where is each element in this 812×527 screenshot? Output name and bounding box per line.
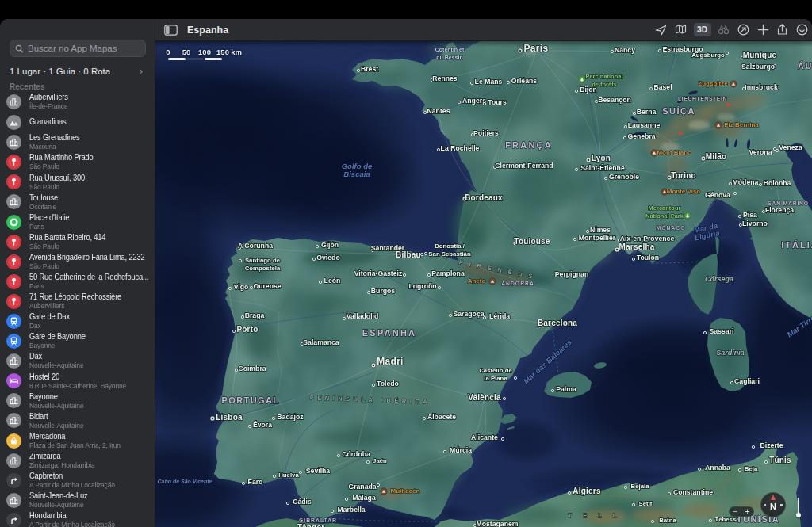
directions-circle-icon xyxy=(737,23,750,36)
collections-summary[interactable]: 1 Lugar · 1 Guia · 0 Rota › xyxy=(10,65,149,77)
city-dot xyxy=(503,397,505,399)
map-label-text: Oviedo xyxy=(316,254,339,262)
map-label-text: ANDORRA xyxy=(501,281,534,286)
sidebar-toggle-button[interactable] xyxy=(164,25,178,36)
pin-icon xyxy=(6,274,21,289)
map-label-city: Salamanca xyxy=(301,338,339,346)
map-label-text: A Corunha xyxy=(238,242,273,250)
map-label-text: Córsega xyxy=(705,275,733,283)
recent-item-title: 50 Rue Catherine de la Rochefouca... xyxy=(29,273,144,282)
recent-item[interactable]: Granadinas xyxy=(0,112,155,132)
recent-item[interactable]: ZimizargaZimizarga, Hondarribia xyxy=(0,451,155,471)
map-label-text: Málaga xyxy=(352,494,376,502)
map-label-text: Beja xyxy=(745,465,758,472)
recent-item[interactable]: Les GrenadinesMacouria xyxy=(0,132,155,152)
add-pin-button[interactable] xyxy=(756,23,770,36)
recent-item[interactable]: DaxNouvelle-Aquitaine xyxy=(0,351,155,371)
recent-item[interactable]: AubervilliersÎle-de-France xyxy=(0,92,155,112)
map-label-city: Toledo xyxy=(372,380,399,388)
more-button[interactable] xyxy=(795,23,809,36)
recent-item-text: Rua Barata Ribeiro, 414São Paulo xyxy=(29,233,155,251)
map-mode-icon xyxy=(674,23,688,36)
map-label-city: Brest xyxy=(357,65,378,73)
map-label-text: Munique xyxy=(743,51,777,59)
map-mode-button[interactable] xyxy=(674,23,688,36)
tilt-slider-knob[interactable] xyxy=(796,513,801,517)
map-label-text: Toledo xyxy=(377,380,399,388)
map-label-region: T E L L xyxy=(569,512,622,519)
map-label-city: Oviedo xyxy=(312,254,339,262)
recent-item[interactable]: Rua Urussuí, 300São Paulo xyxy=(0,172,155,192)
recent-item[interactable]: HondarribiaA Partir da Minha Localização xyxy=(0,510,155,527)
map-label-text: Tânger xyxy=(297,523,325,527)
map-label-text: Mont Blanc xyxy=(657,149,691,156)
zoom-out-button[interactable]: − xyxy=(730,508,741,516)
recent-item[interactable]: MercadonaPlaza de San Juan Arria, 2, Iru… xyxy=(0,431,155,451)
three-d-button[interactable]: 3D xyxy=(694,23,711,36)
city-dot xyxy=(248,425,251,427)
city-dot xyxy=(438,286,440,288)
compass[interactable]: N xyxy=(760,492,786,517)
map-label-text: Pamplona xyxy=(431,269,465,277)
chevron-right-icon: › xyxy=(140,65,143,77)
look-around-button[interactable] xyxy=(717,23,730,36)
map-label-mtn: Monte Viso xyxy=(661,188,701,195)
recent-item[interactable]: Rua Barata Ribeiro, 414São Paulo xyxy=(0,232,155,252)
map-label-text: Brest xyxy=(361,65,378,73)
zoom-control[interactable]: − + xyxy=(729,506,754,517)
recent-item-title: Place d'Italie xyxy=(29,213,144,223)
map-label-text: Saragoça xyxy=(453,310,484,318)
recent-item-subtitle: Île-de-France xyxy=(29,102,144,111)
map-label-big: Torino xyxy=(667,171,696,180)
recent-item[interactable]: Place d'ItalieParis xyxy=(0,212,155,231)
recent-item[interactable]: Avenida Brigadeiro Faria Lima, 2232São P… xyxy=(0,252,155,272)
recent-item[interactable]: 50 Rue Catherine de la Rochefouca...Pari… xyxy=(0,272,155,292)
recent-item[interactable]: Gare de DaxDax xyxy=(0,311,155,331)
route-icon xyxy=(6,473,21,488)
pin-icon xyxy=(6,155,21,170)
scale-tick-label: 100 xyxy=(198,48,211,56)
map-label-text: Badajoz xyxy=(277,413,304,421)
scale-unit-label: km xyxy=(231,48,242,56)
recent-item[interactable]: Hostel 208 Rue Sainte-Catherine, Bayonne xyxy=(0,371,155,391)
map-label-text: Zugspitze xyxy=(698,80,728,87)
recent-item[interactable]: 71 Rue Léopold RechossièreAubervilliers xyxy=(0,292,155,311)
recent-item-subtitle: 8 Rue Sainte-Catherine, Bayonne xyxy=(29,382,144,391)
map-label-city: Rennes xyxy=(431,74,457,82)
map-label-city: Toulon xyxy=(632,254,659,262)
directions-button[interactable] xyxy=(737,23,750,36)
share-button[interactable] xyxy=(776,23,789,36)
recent-item[interactable]: CapbretonA Partir da Minha Localização xyxy=(0,471,155,491)
zoom-in-button[interactable]: + xyxy=(741,508,753,516)
map-label-city: Livorno xyxy=(739,220,768,227)
search-input[interactable]: Buscar no App Mapas xyxy=(10,40,146,57)
recent-item-title: Les Grenadines xyxy=(29,133,144,143)
recent-item[interactable]: BidartNouvelle-Aquitaine xyxy=(0,411,155,430)
recent-item[interactable]: Gare de BayonneBayonne xyxy=(0,331,155,351)
map-svg: ParisMadriLyonBordeauxToulouseMarselhaMi… xyxy=(155,41,812,527)
map-label-big: Tânger xyxy=(297,523,325,527)
map-label-text: Sétif xyxy=(639,500,653,507)
map-label-text: ITÁLIA xyxy=(781,240,812,250)
recent-item[interactable]: Saint-Jean-de-LuzNouvelle-Aquitaine xyxy=(0,491,155,510)
map-label-text: Salamanca xyxy=(303,338,339,346)
map-label-text: Ourense xyxy=(253,282,281,290)
map-canvas[interactable]: ParisMadriLyonBordeauxToulouseMarselhaMi… xyxy=(155,41,812,527)
share-icon xyxy=(776,23,789,36)
map-label-text: Verona xyxy=(749,148,772,156)
map-label-text: Vitoria-Gasteiz xyxy=(354,269,403,277)
recent-item[interactable]: Rua Martinho PradoSão Paulo xyxy=(0,152,155,172)
tilt-slider[interactable] xyxy=(796,498,801,518)
recent-item-subtitle: São Paulo xyxy=(29,262,144,271)
map-label-city: Coimbra xyxy=(235,365,266,372)
map-label-text: Barcelona xyxy=(538,319,577,327)
recent-item[interactable]: BayonneNouvelle-Aquitaine xyxy=(0,391,155,411)
recent-item-subtitle: Dax xyxy=(29,322,144,330)
recent-item-title: Zimizarga xyxy=(29,452,144,461)
map-label-text: Sardínia xyxy=(716,349,745,357)
map-label-country: PORTUGAL xyxy=(222,395,280,405)
recent-item[interactable]: ToulouseOccitanie xyxy=(0,192,155,212)
city-dot xyxy=(437,148,439,151)
sidebar: Buscar no App Mapas 1 Lugar · 1 Guia · 0… xyxy=(0,19,155,527)
current-location-button[interactable] xyxy=(654,23,668,36)
